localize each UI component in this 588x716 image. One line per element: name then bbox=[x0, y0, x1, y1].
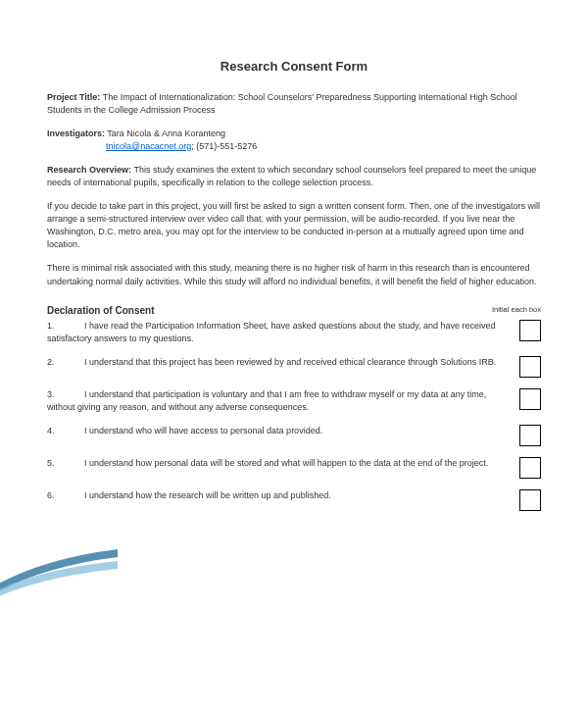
paragraph-1: If you decide to take part in this proje… bbox=[47, 200, 541, 251]
consent-item-3: 3.I understand that participation is vol… bbox=[47, 388, 541, 414]
initial-box-2[interactable] bbox=[519, 356, 541, 378]
project-title-section: Project Title: The Impact of Internation… bbox=[47, 91, 541, 117]
consent-text-4: 4.I understand who will have access to p… bbox=[47, 425, 519, 437]
consent-item-5: 5.I understand how personal data will be… bbox=[47, 457, 541, 479]
consent-body-1: I have read the Participation Informatio… bbox=[47, 321, 496, 343]
initial-box-6[interactable] bbox=[519, 489, 541, 511]
investigators-phone: ; (571)-551-5276 bbox=[191, 141, 257, 151]
decorative-swoosh bbox=[0, 539, 118, 598]
consent-body-6: I understand how the research will be wr… bbox=[84, 490, 331, 500]
consent-item-2: 2.I understand that this project has bee… bbox=[47, 356, 541, 378]
consent-body-3: I understand that participation is volun… bbox=[47, 389, 486, 412]
investigators-label: Investigators: bbox=[47, 128, 105, 138]
document-title: Research Consent Form bbox=[47, 59, 541, 74]
declaration-heading: Declaration of Consent bbox=[47, 305, 154, 316]
overview-section: Research Overview: This study examines t… bbox=[47, 164, 541, 189]
consent-text-6: 6.I understand how the research will be … bbox=[47, 489, 519, 502]
consent-item-6: 6.I understand how the research will be … bbox=[47, 489, 541, 511]
consent-num-1: 1. bbox=[47, 320, 63, 332]
initial-box-3[interactable] bbox=[519, 388, 541, 410]
initial-box-4[interactable] bbox=[519, 425, 541, 446]
investigators-names: Tara Nicola & Anna Koranteng bbox=[107, 128, 225, 138]
consent-item-1: 1.I have read the Participation Informat… bbox=[47, 320, 541, 345]
consent-body-4: I understand who will have access to per… bbox=[84, 426, 322, 435]
consent-text-1: 1.I have read the Participation Informat… bbox=[47, 320, 519, 345]
declaration-header-row: Declaration of Consent Initial each box bbox=[47, 299, 541, 320]
initial-box-1[interactable] bbox=[519, 320, 541, 341]
project-text: The Impact of Internationalization: Scho… bbox=[47, 92, 517, 115]
overview-label: Research Overview: bbox=[47, 165, 131, 175]
consent-text-5: 5.I understand how personal data will be… bbox=[47, 457, 519, 470]
consent-num-6: 6. bbox=[47, 489, 63, 502]
consent-body-2: I understand that this project has been … bbox=[84, 357, 496, 367]
paragraph-2: There is minimal risk associated with th… bbox=[47, 262, 541, 287]
consent-num-3: 3. bbox=[47, 388, 63, 401]
consent-text-3: 3.I understand that participation is vol… bbox=[47, 388, 519, 414]
investigators-email-link[interactable]: tnicola@nacacnet.org bbox=[106, 141, 191, 151]
consent-text-2: 2.I understand that this project has bee… bbox=[47, 356, 519, 369]
project-label: Project Title: bbox=[47, 92, 100, 102]
consent-num-5: 5. bbox=[47, 457, 63, 470]
initial-label: Initial each box bbox=[492, 299, 541, 314]
investigators-section: Investigators: Tara Nicola & Anna Korant… bbox=[47, 128, 541, 153]
consent-num-4: 4. bbox=[47, 425, 63, 437]
consent-num-2: 2. bbox=[47, 356, 63, 369]
initial-box-5[interactable] bbox=[519, 457, 541, 479]
consent-body-5: I understand how personal data will be s… bbox=[84, 458, 488, 468]
consent-item-4: 4.I understand who will have access to p… bbox=[47, 425, 541, 446]
